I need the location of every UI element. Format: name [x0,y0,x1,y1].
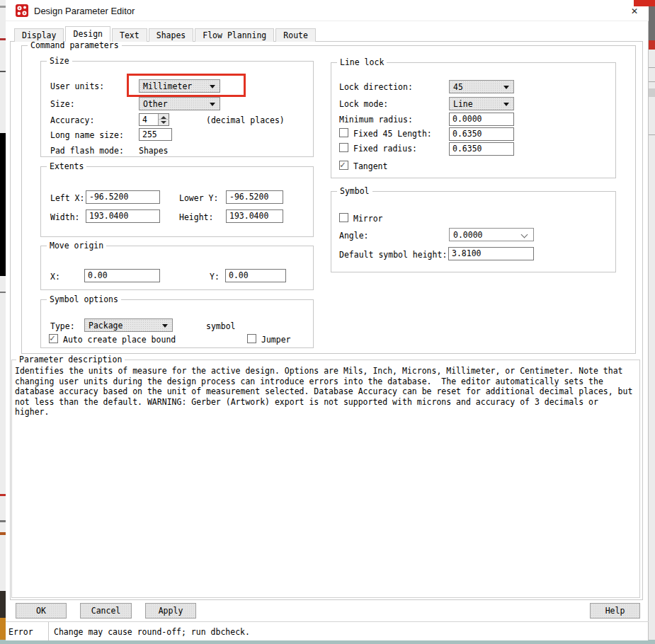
tangent-checkbox[interactable] [339,161,348,170]
width-label: Width: [50,212,80,223]
ok-button[interactable]: OK [16,603,67,619]
mirror-checkbox[interactable] [339,213,348,222]
background-fragment [649,40,655,50]
background-fragment [649,81,655,82]
default-symbol-height-field[interactable]: 3.8100 [448,247,534,260]
mirror-label: Mirror [353,214,383,224]
parameter-description-text: Identifies the units of measure for the … [15,366,637,418]
left-x-label: Left X: [50,193,84,204]
tab-shapes[interactable]: Shapes [149,28,194,42]
jumper-label: Jumper [261,335,291,345]
move-origin-y-field[interactable]: 0.00 [225,269,286,282]
chevron-down-icon [521,231,528,238]
status-message: Change may cause round-off; run dbcheck. [54,627,250,638]
auto-create-place-bound-checkbox[interactable] [49,334,58,343]
spin-down-icon[interactable] [161,121,166,124]
group-label: Line lock [337,57,387,68]
group-symbol-options: Symbol options Type: Package symbol Auto… [40,299,314,348]
group-label: Command parameters [28,40,122,51]
left-x-field[interactable]: -96.5200 [86,190,160,204]
minimum-radius-label: Minimum radius: [339,115,413,125]
angle-value: 0.0000 [453,230,483,240]
spinner-buttons[interactable] [158,114,169,125]
background-fragment [0,532,6,535]
long-name-size-field[interactable]: 255 [139,128,172,141]
tangent-label: Tangent [353,161,387,172]
group-line-lock: Line lock Lock direction: 45 Lock mode: … [331,62,616,178]
fixed-radius-label: Fixed radius: [353,144,417,154]
angle-label: Angle: [339,231,369,241]
window-title: Design Parameter Editor [34,6,135,16]
status-bar-divider [6,621,649,622]
height-label: Height: [179,212,213,223]
lock-direction-label: Lock direction: [339,82,413,93]
background-fragment [0,6,6,8]
group-symbol: Symbol Mirror Angle: 0.0000 Default symb… [331,191,616,272]
lower-y-field[interactable]: -96.5200 [226,190,283,204]
group-move-origin: Move origin X: 0.00 Y: 0.00 [40,246,314,290]
move-origin-x-field[interactable]: 0.00 [84,269,160,282]
background-fragment [0,38,6,40]
status-state: Error [8,627,33,638]
fixed-45-length-field[interactable]: 0.6350 [449,127,514,141]
height-field[interactable]: 193.0400 [226,209,283,223]
tab-design[interactable]: Design [65,26,110,42]
screen: Design Parameter Editor ✕ Display Design… [0,0,655,644]
size-dropdown[interactable]: Other [139,97,220,110]
group-size: Size User units: Millimeter Size: Other … [40,61,314,157]
apply-button[interactable]: Apply [145,603,196,619]
dropdown-arrow-icon [162,324,168,328]
fixed-45-length-checkbox[interactable] [339,128,348,137]
tab-bar: Display Design Text Shapes Flow Planning… [14,26,317,42]
background-fragment [649,67,655,68]
background-fragment [0,71,6,72]
move-origin-x-label: X: [50,272,60,282]
design-canvas-sliver [0,133,6,276]
accuracy-label: Accuracy: [50,115,94,126]
symbol-type-value: Package [89,321,123,330]
background-window-left-edge [0,0,6,644]
tab-text[interactable]: Text [112,28,147,42]
title-bar: Design Parameter Editor ✕ [6,0,649,21]
fixed-45-length-label: Fixed 45 Length: [353,129,432,139]
fixed-radius-field[interactable]: 0.6350 [449,142,514,156]
fixed-radius-checkbox[interactable] [339,143,348,152]
lower-y-label: Lower Y: [179,193,218,204]
cancel-button[interactable]: Cancel [80,603,132,619]
group-label: Move origin [47,241,106,251]
background-fragment [649,134,655,135]
size-label: Size: [50,99,75,110]
background-fragment [0,591,6,618]
background-fragment [634,0,655,6]
tab-route[interactable]: Route [275,28,316,42]
accuracy-spinner[interactable]: 4 [139,113,169,126]
pad-flash-mode-value: Shapes [139,146,169,156]
background-fragment [0,292,6,293]
help-button[interactable]: Help [590,603,640,619]
jumper-checkbox[interactable] [247,334,256,343]
lock-direction-dropdown[interactable]: 45 [449,80,514,93]
default-symbol-height-label: Default symbol height: [339,250,447,260]
auto-create-place-bound-label: Auto create place bound [63,335,176,345]
group-label: Size [47,56,72,67]
status-bar-separator [48,622,49,640]
lock-mode-dropdown[interactable]: Line [449,97,514,110]
lock-mode-value: Line [453,99,473,109]
accuracy-value: 4 [142,115,147,125]
decimal-places-hint: (decimal places) [206,115,285,126]
dropdown-arrow-icon [503,103,509,106]
design-parameter-editor-dialog: Design Parameter Editor ✕ Display Design… [6,0,649,640]
tab-display[interactable]: Display [14,28,64,42]
app-icon [16,4,28,17]
tab-flow-planning[interactable]: Flow Planning [195,28,274,42]
size-value: Other [143,99,168,109]
scrollbar-thumb-sliver [649,88,655,97]
user-units-label: User units: [50,81,104,92]
lock-direction-value: 45 [453,82,463,92]
group-label: Extents [47,161,86,172]
minimum-radius-field[interactable]: 0.0000 [449,113,514,126]
dropdown-arrow-icon [210,103,215,106]
symbol-type-dropdown[interactable]: Package [84,318,173,332]
width-field[interactable]: 193.0400 [86,209,160,223]
angle-combobox[interactable]: 0.0000 [449,228,534,241]
